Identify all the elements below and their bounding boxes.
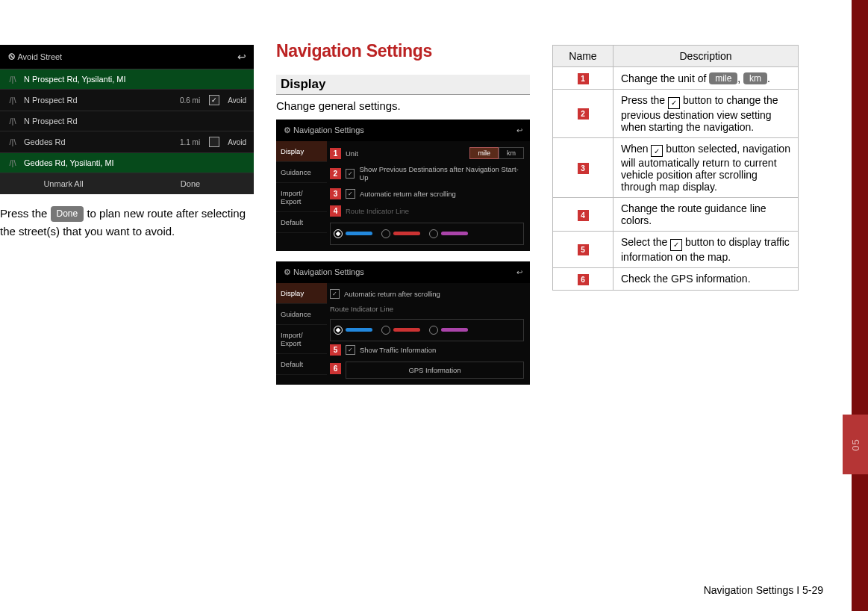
gear-icon: ⚙ Navigation Settings [284, 125, 364, 135]
back-icon[interactable]: ↩ [516, 126, 522, 134]
checkbox-icon[interactable] [346, 189, 355, 199]
description-cell: When button selected, navigation will au… [613, 137, 799, 198]
road-icon: /|\ [7, 96, 18, 105]
marker-3: 3 [578, 163, 589, 174]
avoid-header: 🛇 Avoid Street ↩ [0, 45, 254, 69]
checkbox-icon [651, 145, 663, 157]
sidebar-item[interactable]: Default [276, 212, 327, 233]
unit-mile[interactable]: mile [469, 147, 499, 159]
street-distance: 1.1 mi [180, 138, 200, 146]
street-row[interactable]: /|\Geddes Rd1.1 miAvoid [0, 131, 254, 153]
street-name: Geddes Rd, Ypsilanti, MI [24, 158, 246, 167]
sidebar-item[interactable]: Default [276, 354, 327, 375]
checkbox-icon[interactable] [209, 137, 219, 147]
sidebar-item[interactable]: Import/ Export [276, 183, 327, 212]
checkbox-icon[interactable] [209, 95, 219, 105]
checkbox-icon[interactable] [346, 345, 355, 355]
marker-6: 6 [578, 274, 589, 285]
nav-settings-panel-1: ⚙ Navigation Settings ↩ DisplayGuidanceI… [276, 120, 530, 251]
street-distance: 0.6 mi [180, 96, 200, 105]
marker-5: 5 [578, 244, 589, 255]
marker-2: 2 [330, 168, 341, 179]
avoid-title: Avoid Street [17, 52, 62, 61]
route-line-selector[interactable] [330, 319, 524, 341]
description-cell: Select the button to display traffic inf… [613, 232, 799, 268]
page-edge-strip [852, 0, 868, 611]
street-row[interactable]: /|\N Prospect Rd, Ypsilanti, MI [0, 69, 254, 90]
sidebar-item[interactable]: Guidance [276, 304, 327, 325]
checkbox-icon[interactable] [346, 169, 355, 179]
checkbox-icon [668, 97, 680, 109]
road-icon: /|\ [7, 75, 18, 84]
section-tab: 05 [843, 415, 868, 474]
street-name: Geddes Rd [24, 137, 174, 146]
section-caption: Change general settings. [276, 99, 530, 112]
back-icon[interactable]: ↩ [237, 51, 246, 63]
avoid-caption: Press the Done to plan new route after s… [0, 205, 254, 241]
done-button[interactable]: Done [51, 206, 84, 222]
done-button-panel[interactable]: Done [127, 173, 254, 194]
page-footer: Navigation Settings I 5-29 [704, 584, 823, 596]
description-cell: Press the button to change the previous … [613, 90, 799, 138]
marker-1: 1 [578, 73, 589, 84]
sidebar-item[interactable]: Guidance [276, 162, 327, 183]
description-cell: Change the route guidance line colors. [613, 198, 799, 232]
page-title: Navigation Settings [276, 41, 530, 61]
street-row[interactable]: /|\N Prospect Rd [0, 111, 254, 131]
street-row[interactable]: /|\Geddes Rd, Ypsilanti, MI [0, 153, 254, 173]
marker-5: 5 [330, 344, 341, 356]
road-icon: /|\ [7, 117, 18, 125]
gps-info-button[interactable]: GPS Information [346, 362, 524, 379]
th-name: Name [553, 46, 613, 67]
sidebar-item[interactable]: Import/ Export [276, 325, 327, 354]
marker-6: 6 [330, 363, 341, 374]
marker-3: 3 [330, 188, 341, 199]
route-line-selector[interactable] [330, 223, 524, 245]
unit-km[interactable]: km [499, 147, 524, 159]
th-description: Description [613, 46, 799, 67]
checkbox-icon[interactable] [330, 289, 340, 299]
marker-2: 2 [578, 108, 589, 120]
marker-4: 4 [578, 210, 589, 221]
street-name: N Prospect Rd [24, 96, 174, 105]
checkbox-icon [670, 239, 682, 251]
sidebar-item[interactable]: Display [276, 141, 327, 162]
marker-1: 1 [330, 148, 341, 159]
unmark-all-button[interactable]: Unmark All [0, 173, 127, 194]
street-name: N Prospect Rd, Ypsilanti, MI [24, 75, 246, 84]
road-icon: /|\ [7, 158, 18, 167]
unit-pill: km [743, 72, 767, 84]
street-name: N Prospect Rd [24, 117, 246, 125]
avoid-street-panel: 🛇 Avoid Street ↩ /|\N Prospect Rd, Ypsil… [0, 45, 254, 194]
section-display: Display [276, 75, 530, 95]
road-icon: /|\ [7, 137, 18, 146]
back-icon[interactable]: ↩ [516, 268, 522, 276]
sidebar-item[interactable]: Display [276, 283, 327, 304]
nav-settings-panel-2: ⚙ Navigation Settings ↩ DisplayGuidanceI… [276, 261, 530, 385]
description-table: Name Description 1Change the unit of mil… [552, 45, 799, 291]
unit-pill: mile [709, 72, 737, 84]
marker-4: 4 [330, 205, 341, 217]
description-cell: Check the GPS information. [613, 267, 799, 290]
street-row[interactable]: /|\N Prospect Rd0.6 miAvoid [0, 90, 254, 111]
gear-icon: ⚙ Navigation Settings [284, 267, 364, 277]
description-cell: Change the unit of mile, km. [613, 67, 799, 90]
